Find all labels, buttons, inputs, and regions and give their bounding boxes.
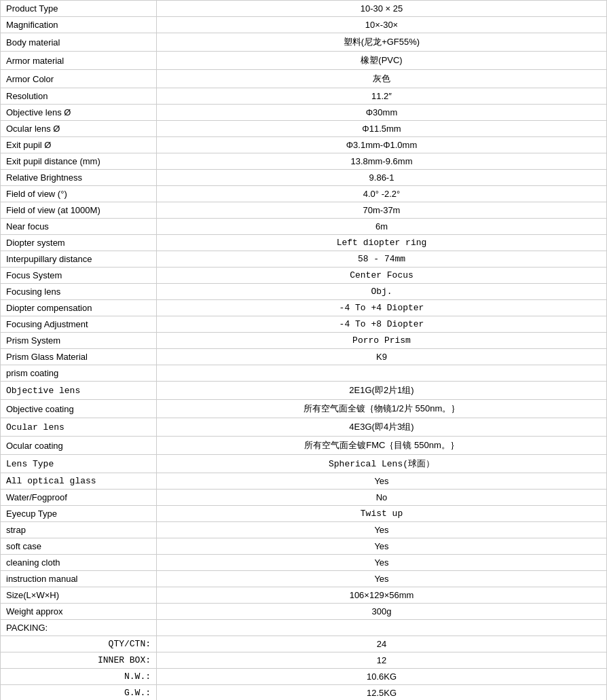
table-row: Lens TypeSpherical Lens(球面） [1, 455, 607, 473]
spec-value: 所有空气面全镀｛物镜1/2片 550nm。｝ [157, 400, 607, 418]
packing-sub-value: 24 [157, 636, 607, 652]
table-row: Objective lens ØΦ30mm [1, 105, 607, 121]
spec-label: Objective coating [1, 400, 157, 418]
spec-label: Water/Fogproof [1, 490, 157, 506]
table-row: Focusing lensObj. [1, 284, 607, 300]
table-row: strapYes [1, 522, 607, 538]
table-row: Ocular lens4E3G(即4片3组) [1, 418, 607, 437]
spec-value: 10×-30× [157, 17, 607, 33]
spec-label: instruction manual [1, 571, 157, 587]
spec-label: Resolution [1, 88, 157, 105]
spec-value: 300g [157, 604, 607, 620]
table-row: cleaning clothYes [1, 555, 607, 571]
spec-value: Φ3.1mm-Φ1.0mm [157, 137, 607, 153]
packing-row: G.W.:12.5KG [1, 685, 607, 701]
packing-header-row: PACKING: [1, 620, 607, 636]
spec-value: Porro Prism [157, 333, 607, 349]
spec-value: -4 To +4 Diopter [157, 300, 607, 316]
spec-label: Field of view (at 1000M) [1, 202, 157, 219]
spec-label: All optical glass [1, 473, 157, 490]
spec-value: 58 - 74mm [157, 251, 607, 268]
spec-value: Φ11.5mm [157, 121, 607, 137]
table-row: soft caseYes [1, 538, 607, 555]
spec-label: Interpupillary distance [1, 251, 157, 268]
spec-value: 2E1G(即2片1组) [157, 382, 607, 400]
spec-label: Armor Color [1, 70, 157, 88]
spec-value: 9.86-1 [157, 170, 607, 186]
table-row: Magnification10×-30× [1, 17, 607, 33]
spec-label: Focusing Adjustment [1, 316, 157, 333]
table-row: Focus SystemCenter Focus [1, 268, 607, 284]
spec-label: Eyecup Type [1, 506, 157, 522]
packing-value [157, 620, 607, 636]
table-row: Ocular coating所有空气面全镀FMC｛目镜 550nm。｝ [1, 437, 607, 455]
packing-sub-label: QTY/CTN: [1, 636, 157, 652]
spec-value: Yes [157, 555, 607, 571]
spec-label: Diopter system [1, 235, 157, 251]
spec-label: Focus System [1, 268, 157, 284]
spec-label: prism coating [1, 365, 157, 382]
specs-table: Product Type10-30 × 25Magnification10×-3… [0, 0, 607, 700]
spec-value: Center Focus [157, 268, 607, 284]
table-row: Resolution11.2″ [1, 88, 607, 105]
spec-value: 橡塑(PVC) [157, 52, 607, 70]
table-row: Field of view (at 1000M)70m-37m [1, 202, 607, 219]
spec-label: Relative Brightness [1, 170, 157, 186]
spec-label: Exit pupil distance (mm) [1, 153, 157, 170]
packing-row: QTY/CTN:24 [1, 636, 607, 652]
spec-label: strap [1, 522, 157, 538]
spec-value: 10-30 × 25 [157, 1, 607, 17]
spec-label: Objective lens [1, 382, 157, 400]
packing-label: PACKING: [1, 620, 157, 636]
table-row: Diopter compensation-4 To +4 Diopter [1, 300, 607, 316]
packing-sub-label: N.W.: [1, 669, 157, 685]
table-row: Body material塑料(尼龙+GF55%) [1, 33, 607, 52]
spec-value: 106×129×56mm [157, 587, 607, 604]
spec-value: 70m-37m [157, 202, 607, 219]
table-row: Diopter systemLeft diopter ring [1, 235, 607, 251]
spec-label: Diopter compensation [1, 300, 157, 316]
spec-label: Ocular lens [1, 418, 157, 437]
spec-value: K9 [157, 349, 607, 365]
table-row: Near focus6m [1, 219, 607, 235]
table-row: Objective coating所有空气面全镀｛物镜1/2片 550nm。｝ [1, 400, 607, 418]
spec-value: Φ30mm [157, 105, 607, 121]
spec-label: Exit pupil Ø [1, 137, 157, 153]
packing-sub-value: 12 [157, 652, 607, 669]
table-row: Weight approx300g [1, 604, 607, 620]
table-row: Eyecup TypeTwist up [1, 506, 607, 522]
table-row: Field of view (°)4.0° -2.2° [1, 186, 607, 202]
table-row: Armor Color灰色 [1, 70, 607, 88]
spec-label: Body material [1, 33, 157, 52]
packing-row: N.W.:10.6KG [1, 669, 607, 685]
spec-value: Yes [157, 473, 607, 490]
table-row: Armor material橡塑(PVC) [1, 52, 607, 70]
table-row: Size(L×W×H)106×129×56mm [1, 587, 607, 604]
spec-label: Focusing lens [1, 284, 157, 300]
spec-value: No [157, 490, 607, 506]
spec-label: Armor material [1, 52, 157, 70]
spec-value: Yes [157, 522, 607, 538]
spec-value: Yes [157, 538, 607, 555]
table-row: Relative Brightness9.86-1 [1, 170, 607, 186]
spec-label: Prism System [1, 333, 157, 349]
packing-sub-value: 12.5KG [157, 685, 607, 701]
table-row: Prism Glass MaterialK9 [1, 349, 607, 365]
packing-sub-value: 10.6KG [157, 669, 607, 685]
spec-value: 4.0° -2.2° [157, 186, 607, 202]
spec-label: cleaning cloth [1, 555, 157, 571]
spec-label: Product Type [1, 1, 157, 17]
spec-label: Size(L×W×H) [1, 587, 157, 604]
spec-label: Weight approx [1, 604, 157, 620]
table-row: Ocular lens ØΦ11.5mm [1, 121, 607, 137]
spec-value: 灰色 [157, 70, 607, 88]
spec-value: -4 To +8 Diopter [157, 316, 607, 333]
table-row: All optical glassYes [1, 473, 607, 490]
spec-value: Yes [157, 571, 607, 587]
spec-value: 塑料(尼龙+GF55%) [157, 33, 607, 52]
packing-row: INNER BOX:12 [1, 652, 607, 669]
spec-label: Ocular coating [1, 437, 157, 455]
table-row: Focusing Adjustment-4 To +8 Diopter [1, 316, 607, 333]
table-row: instruction manualYes [1, 571, 607, 587]
spec-label: Lens Type [1, 455, 157, 473]
